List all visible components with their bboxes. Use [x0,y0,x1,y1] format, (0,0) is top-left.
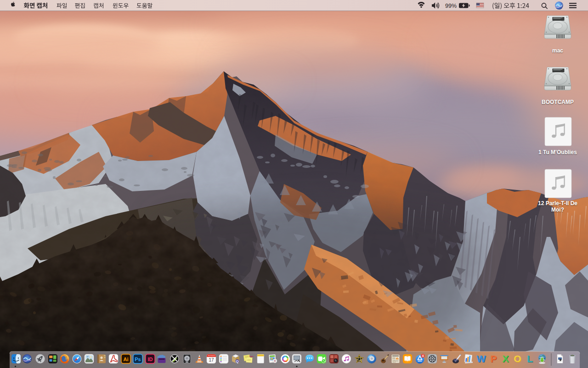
svg-text:Ai: Ai [124,356,129,362]
svg-text:X: X [502,353,509,364]
svg-text:ID: ID [148,356,153,362]
svg-text:L: L [527,353,533,364]
svg-text:W: W [477,353,486,364]
svg-text:S: S [455,360,456,362]
svg-text:P: P [490,353,497,364]
svg-text:17: 17 [209,357,214,362]
svg-text:4: 4 [422,354,424,357]
svg-text:99%: 99% [445,3,457,9]
svg-text:Pages: Pages [249,356,254,357]
svg-text:O: O [514,353,521,364]
svg-text:Q: Q [236,359,239,363]
svg-text:Ps: Ps [135,356,141,362]
